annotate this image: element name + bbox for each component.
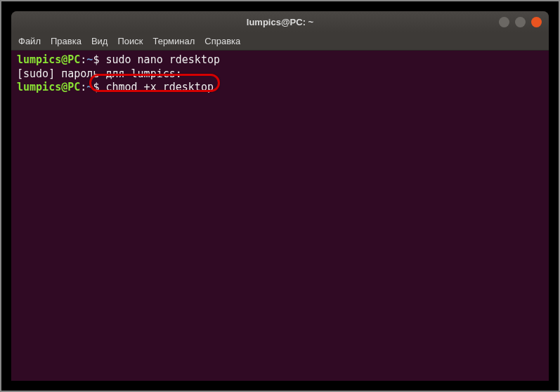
window-controls [499, 17, 542, 27]
window-title: lumpics@PC: ~ [18, 17, 542, 27]
minimize-icon[interactable] [499, 17, 509, 27]
terminal-window: lumpics@PC: ~ Файл Правка Вид Поиск Терм… [11, 11, 549, 381]
prompt-dollar: $ [93, 81, 105, 93]
prompt-user: lumpics@PC [17, 53, 80, 66]
prompt-sep: : [80, 81, 86, 93]
command-text: sudo nano rdesktop [105, 53, 220, 66]
command-text: chmod +x rdesktop [105, 81, 214, 93]
prompt-sep: : [80, 53, 86, 66]
window-titlebar[interactable]: lumpics@PC: ~ [11, 11, 549, 32]
terminal-content[interactable]: lumpics@PC:~$ sudo nano rdesktop [sudo] … [11, 51, 549, 381]
terminal-line: lumpics@PC:~$ sudo nano rdesktop [17, 53, 543, 67]
menu-file[interactable]: Файл [18, 36, 41, 46]
menu-search[interactable]: Поиск [117, 36, 143, 46]
close-icon[interactable] [531, 17, 542, 27]
prompt-user: lumpics@PC [17, 81, 80, 93]
screenshot-frame: lumpics@PC: ~ Файл Правка Вид Поиск Терм… [0, 0, 560, 392]
output-text: [sudo] пароль для lumpics: [17, 67, 182, 80]
terminal-line: lumpics@PC:~$ chmod +x rdesktop [17, 81, 543, 95]
prompt-dollar: $ [93, 53, 105, 66]
menu-help[interactable]: Справка [204, 36, 240, 46]
menu-edit[interactable]: Правка [51, 36, 82, 46]
menu-bar: Файл Правка Вид Поиск Терминал Справка [11, 32, 549, 51]
menu-terminal[interactable]: Терминал [152, 36, 195, 46]
terminal-line: [sudo] пароль для lumpics: [17, 67, 543, 81]
menu-view[interactable]: Вид [91, 36, 108, 46]
maximize-icon[interactable] [515, 17, 526, 27]
